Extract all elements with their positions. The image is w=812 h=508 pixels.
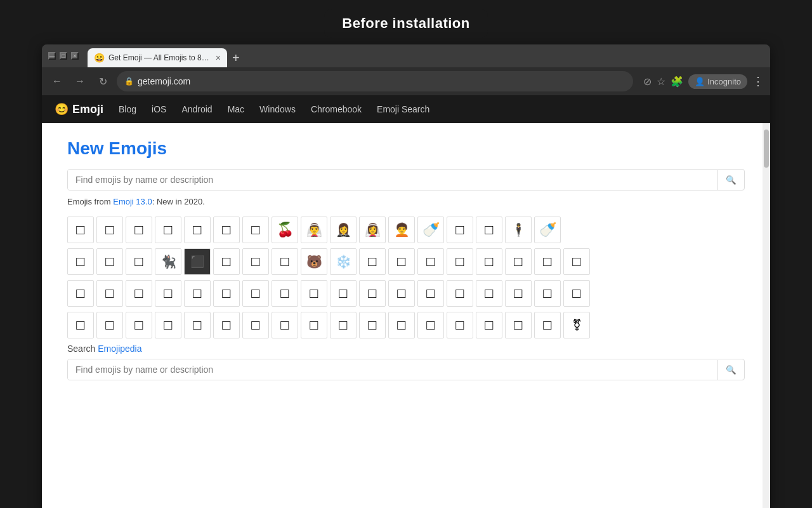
emoji-cell[interactable]: □ — [213, 248, 240, 275]
emoji-cell[interactable]: □ — [476, 248, 502, 275]
active-tab[interactable]: 😀 Get Emoji — All Emojis to 8< Co… × — [88, 48, 227, 67]
camera-off-icon[interactable]: ⊘ — [643, 76, 652, 88]
tab-close-icon[interactable]: × — [216, 53, 221, 63]
scrollbar[interactable] — [763, 123, 770, 508]
emoji-cell[interactable]: □ — [242, 280, 269, 307]
emoji-version-link[interactable]: Emoji 13.0 — [113, 197, 152, 206]
nav-emoji-search[interactable]: Emoji Search — [377, 104, 429, 114]
emoji-cell[interactable]: □ — [126, 217, 152, 243]
emoji-cell[interactable]: □ — [96, 217, 123, 243]
refresh-button[interactable]: ↻ — [94, 72, 112, 90]
emoji-cell[interactable]: □ — [505, 248, 532, 275]
emoji-cell[interactable]: □ — [155, 280, 181, 307]
scrollbar-thumb[interactable] — [764, 130, 769, 168]
emoji-cell[interactable]: □ — [96, 280, 123, 307]
site-logo[interactable]: 😊 Emoji — [55, 102, 103, 116]
emoji-cell[interactable]: □ — [534, 248, 561, 275]
emoji-cell[interactable]: □ — [184, 312, 211, 338]
emoji-cell[interactable]: □ — [126, 280, 152, 307]
emoji-cell[interactable]: □ — [476, 312, 502, 338]
search-input-top[interactable] — [68, 170, 717, 190]
emoji-cell[interactable]: □ — [505, 280, 532, 307]
emoji-cell[interactable]: 👰‍♂️ — [301, 217, 327, 243]
emoji-cell[interactable]: □ — [447, 312, 473, 338]
emoji-cell[interactable]: □ — [126, 248, 152, 275]
maximize-button[interactable]: □ — [60, 52, 67, 60]
emoji-cell[interactable]: □ — [359, 248, 386, 275]
emoji-cell[interactable]: □ — [359, 312, 386, 338]
emoji-cell[interactable]: □ — [126, 312, 152, 338]
emoji-cell[interactable]: □ — [447, 248, 473, 275]
nav-chromebook[interactable]: Chromebook — [311, 104, 362, 114]
emoji-cell[interactable]: □ — [272, 248, 298, 275]
emoji-cell[interactable]: □ — [447, 217, 473, 243]
emoji-cell[interactable]: 🤵‍♀️ — [330, 217, 357, 243]
emoji-cell[interactable]: □ — [301, 312, 327, 338]
emoji-cell[interactable]: □ — [272, 280, 298, 307]
new-tab-button[interactable]: + — [227, 48, 245, 67]
minimize-button[interactable]: — — [48, 52, 56, 60]
emoji-cell[interactable]: □ — [242, 217, 269, 243]
emoji-cell[interactable]: □ — [417, 280, 444, 307]
back-button[interactable]: ← — [48, 72, 66, 90]
star-icon[interactable]: ☆ — [657, 76, 665, 88]
emoji-cell[interactable]: □ — [213, 312, 240, 338]
emoji-cell[interactable]: □ — [476, 217, 502, 243]
search-input-bottom[interactable] — [68, 359, 717, 380]
search-button-top[interactable]: 🔍 — [717, 170, 744, 190]
emoji-cell[interactable]: □ — [67, 280, 94, 307]
address-input-wrap[interactable]: 🔒 getemoji.com — [117, 71, 633, 91]
emoji-cell[interactable]: 🍼 — [534, 217, 561, 243]
emoji-cell[interactable]: □ — [388, 280, 415, 307]
emoji-cell[interactable]: □ — [67, 312, 94, 338]
close-button[interactable]: × — [71, 52, 79, 60]
extension-icon[interactable]: 🧩 — [671, 76, 683, 88]
nav-mac[interactable]: Mac — [228, 104, 244, 114]
emoji-cell[interactable]: □ — [96, 248, 123, 275]
emoji-cell[interactable]: □ — [96, 312, 123, 338]
emoji-cell[interactable]: 🕴 — [505, 217, 532, 243]
emoji-cell[interactable]: □ — [563, 248, 590, 275]
emoji-cell[interactable]: □ — [534, 312, 561, 338]
emoji-cell[interactable]: □ — [155, 217, 181, 243]
incognito-button[interactable]: 👤 Incognito — [688, 74, 747, 89]
emoji-cell[interactable]: □ — [213, 217, 240, 243]
emoji-cell[interactable]: □ — [213, 280, 240, 307]
nav-windows[interactable]: Windows — [259, 104, 296, 114]
emoji-cell[interactable]: □ — [330, 280, 357, 307]
emoji-cell[interactable]: □ — [155, 312, 181, 338]
emoji-cell[interactable]: ❄️ — [330, 248, 357, 275]
emoji-cell[interactable]: □ — [242, 312, 269, 338]
emoji-cell[interactable]: □ — [272, 312, 298, 338]
emoji-cell[interactable]: □ — [505, 312, 532, 338]
emoji-cell[interactable]: □ — [67, 217, 94, 243]
emoji-cell[interactable]: □ — [330, 312, 357, 338]
emoji-cell[interactable]: ⬛ — [184, 248, 211, 275]
nav-android[interactable]: Android — [181, 104, 212, 114]
emoji-cell[interactable]: 🐈‍⬛ — [155, 248, 181, 275]
emoji-cell[interactable]: □ — [563, 280, 590, 307]
emoji-cell[interactable]: □ — [359, 280, 386, 307]
emoji-cell[interactable]: 🐻 — [301, 248, 327, 275]
emoji-cell[interactable]: □ — [184, 280, 211, 307]
emoji-cell[interactable]: □ — [301, 280, 327, 307]
emoji-cell[interactable]: □ — [242, 248, 269, 275]
emoji-cell[interactable]: □ — [67, 248, 94, 275]
emoji-cell[interactable]: 🍒 — [272, 217, 298, 243]
forward-button[interactable]: → — [71, 72, 89, 90]
emoji-cell[interactable]: 🧑‍🦱 — [388, 217, 415, 243]
nav-ios[interactable]: iOS — [152, 104, 166, 114]
emoji-cell[interactable]: 👰‍♀️ — [359, 217, 386, 243]
emoji-cell[interactable]: □ — [417, 312, 444, 338]
emojipedia-link[interactable]: Emojipedia — [98, 344, 141, 354]
emoji-cell[interactable]: 🍼 — [417, 217, 444, 243]
emoji-cell[interactable]: □ — [417, 248, 444, 275]
emoji-cell[interactable]: □ — [447, 280, 473, 307]
nav-blog[interactable]: Blog — [119, 104, 136, 114]
emoji-cell[interactable]: □ — [184, 217, 211, 243]
emoji-cell[interactable]: □ — [476, 280, 502, 307]
search-button-bottom[interactable]: 🔍 — [717, 360, 744, 380]
emoji-cell[interactable]: ⚧ — [563, 312, 590, 338]
emoji-cell[interactable]: □ — [388, 312, 415, 338]
emoji-cell[interactable]: □ — [388, 248, 415, 275]
